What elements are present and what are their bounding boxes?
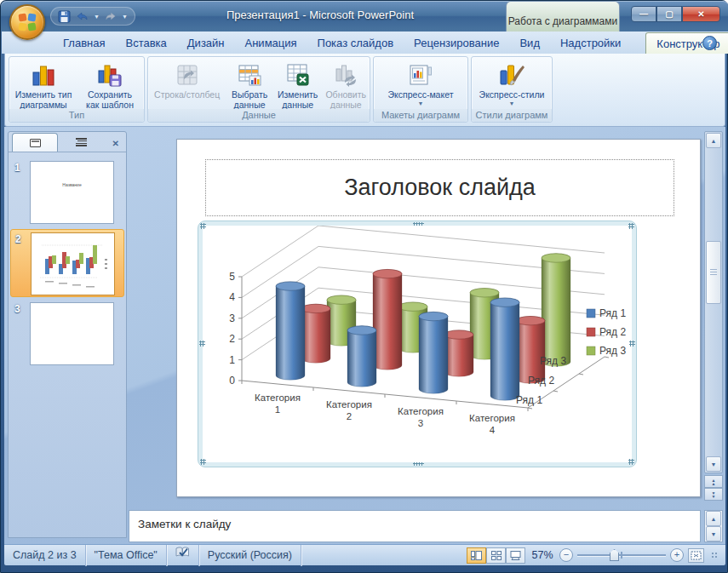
tab-animation[interactable]: Анимация (235, 32, 307, 54)
slide-title-placeholder[interactable]: Заголовок слайда (205, 159, 674, 216)
maximize-button[interactable]: ▢ (656, 6, 682, 22)
zoom-slider[interactable] (577, 549, 666, 561)
office-button[interactable] (9, 4, 45, 40)
switch-row-column-button: Строка/столбец (148, 59, 226, 110)
theme-indicator[interactable]: "Тема Office" (86, 545, 167, 566)
refresh-data-button: Обновить данные (322, 59, 370, 110)
change-chart-type-button[interactable]: Изменить тип диаграммы (10, 59, 77, 110)
slides-tab[interactable] (12, 133, 58, 152)
tab-addins[interactable]: Надстройки (550, 32, 631, 54)
minimize-button[interactable]: — (631, 6, 656, 22)
resize-handle-top[interactable] (413, 222, 424, 226)
zoom-out-icon[interactable]: − (559, 548, 573, 562)
office-logo-icon (19, 14, 36, 31)
svg-text:Категория3: Категория3 (398, 406, 444, 428)
edit-data-button[interactable]: Изменить данные (273, 59, 323, 110)
quick-styles-button[interactable]: Экспресс-стили ▼ (474, 59, 549, 110)
normal-view-button[interactable] (467, 547, 486, 564)
language-indicator[interactable]: Русский (Россия) (199, 545, 301, 566)
ribbon-group-chart-layouts: Экспресс-макет ▼ Макеты диаграмм (373, 56, 468, 123)
slide-indicator: Слайд 2 из 3 (4, 545, 86, 566)
outline-tab[interactable] (58, 133, 104, 152)
tab-design[interactable]: Дизайн (177, 32, 235, 54)
svg-text:Ряд 1: Ряд 1 (516, 394, 542, 406)
slide-1-thumb: Название (30, 161, 114, 224)
notes-scroll-down-icon[interactable]: ▼ (706, 526, 721, 541)
svg-text:Ряд 2: Ряд 2 (599, 326, 626, 338)
select-data-icon (237, 60, 262, 89)
slide-thumbnail-3[interactable]: 3 (10, 300, 124, 368)
window-title: Презентация1 - Microsoft PowerPoint (197, 1, 444, 30)
zoom-level[interactable]: 57% (530, 549, 555, 561)
undo-icon[interactable] (75, 10, 89, 22)
spellcheck-icon (175, 546, 190, 559)
group-label-data: Данные (148, 109, 370, 122)
slide-2-thumb (31, 232, 115, 295)
tab-home[interactable]: Главная (53, 32, 115, 54)
chart-canvas[interactable]: 012345Категория1Категория2Категория3Кате… (203, 226, 632, 462)
scrollbar-thumb[interactable] (706, 241, 721, 304)
close-button[interactable]: ✕ (682, 6, 720, 22)
vertical-scrollbar[interactable]: ▲ ▼ (704, 131, 723, 473)
save-icon[interactable] (58, 10, 71, 23)
svg-text:Ряд 1: Ряд 1 (599, 307, 626, 319)
contextual-tab-header: Работа с диаграммами (506, 1, 620, 32)
tab-view[interactable]: Вид (509, 32, 550, 54)
undo-dropdown-icon[interactable]: ▼ (94, 14, 100, 20)
svg-text:Категория4: Категория4 (469, 413, 515, 435)
svg-text:Категория1: Категория1 (255, 393, 301, 415)
quick-layout-button[interactable]: Экспресс-макет ▼ (376, 59, 465, 110)
spellcheck-indicator[interactable] (167, 545, 199, 566)
slideshow-icon (510, 551, 521, 560)
svg-text:Ряд 3: Ряд 3 (540, 355, 566, 367)
notes-area[interactable]: Заметки к слайду (129, 510, 701, 542)
scroll-down-icon[interactable]: ▼ (706, 456, 721, 472)
notes-scrollbar[interactable]: ▲ ▼ (704, 510, 723, 542)
resize-grip[interactable] (710, 551, 719, 559)
powerpoint-window: ▼ ▼ Презентация1 - Microsoft PowerPoint … (0, 0, 728, 573)
resize-handle-bottom-left[interactable] (200, 459, 206, 465)
save-as-template-button[interactable]: Сохранить как шаблон (77, 59, 143, 110)
quick-styles-dropdown-icon: ▼ (509, 100, 515, 106)
status-right-controls: 57% − + (467, 547, 725, 564)
zoom-slider-center-tick (621, 552, 622, 559)
ribbon-tab-row: Главная Вставка Дизайн Анимация Показ сл… (2, 32, 728, 54)
zoom-in-icon[interactable]: + (670, 548, 684, 562)
resize-handle-right[interactable] (629, 341, 635, 347)
help-icon[interactable]: ? (702, 36, 717, 50)
slide-3-thumb (30, 302, 114, 365)
resize-handle-top-left[interactable] (200, 223, 206, 229)
scroll-up-icon[interactable]: ▲ (706, 133, 721, 148)
save-as-template-icon (97, 60, 123, 89)
select-data-button[interactable]: Выбрать данные (226, 59, 273, 110)
slideshow-view-button[interactable] (506, 547, 525, 564)
resize-handle-bottom-right[interactable] (628, 459, 634, 465)
chart-object[interactable]: 012345Категория1Категория2Категория3Кате… (198, 221, 637, 467)
group-label-chart-layouts: Макеты диаграмм (374, 109, 467, 122)
quick-styles-icon (498, 60, 525, 89)
next-slide-icon[interactable]: ▼▼ (704, 488, 723, 501)
tab-review[interactable]: Рецензирование (404, 32, 509, 54)
slide-sorter-view-button[interactable] (486, 547, 506, 564)
slide-2-thumb-chart (32, 233, 114, 295)
qat-customize-icon[interactable]: ▼ (122, 14, 128, 20)
group-label-type: Тип (9, 109, 144, 122)
resize-handle-bottom[interactable] (413, 462, 424, 466)
fit-slide-to-window-button[interactable] (688, 548, 704, 563)
slides-panel-tabs: ✕ (9, 132, 126, 152)
svg-text:5: 5 (229, 271, 235, 283)
tab-insert[interactable]: Вставка (115, 32, 176, 54)
slide-thumbnail-1[interactable]: 1 Название (10, 158, 124, 226)
tab-slideshow[interactable]: Показ слайдов (307, 32, 404, 54)
resize-handle-top-right[interactable] (628, 223, 634, 229)
close-panel-icon[interactable]: ✕ (112, 139, 119, 148)
workspace: ✕ 1 Название 2 (4, 127, 725, 544)
notes-scroll-up-icon[interactable]: ▲ (706, 511, 721, 526)
previous-slide-icon[interactable]: ▲▲ (704, 475, 723, 488)
edit-data-icon (285, 60, 311, 89)
svg-text:2: 2 (229, 333, 235, 345)
zoom-slider-thumb[interactable] (610, 549, 619, 561)
slide-1-thumb-title: Название (31, 182, 113, 187)
slide-thumbnail-2[interactable]: 2 (10, 229, 124, 297)
resize-handle-left[interactable] (199, 341, 205, 347)
